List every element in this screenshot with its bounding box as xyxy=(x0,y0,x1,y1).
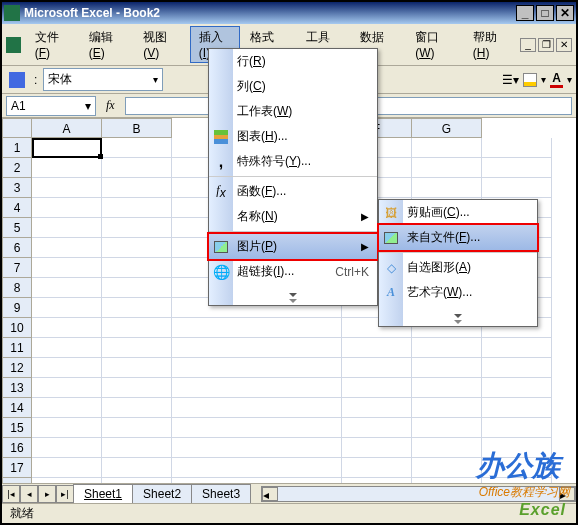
cell[interactable] xyxy=(32,438,102,458)
cell[interactable] xyxy=(102,418,172,438)
menu-edit[interactable]: 编辑(E) xyxy=(81,27,134,62)
cell[interactable] xyxy=(172,318,342,338)
cell[interactable] xyxy=(32,158,102,178)
name-box[interactable]: A1 ▾ xyxy=(6,96,96,116)
row-header[interactable]: 6 xyxy=(2,238,32,258)
col-header-b[interactable]: B xyxy=(102,118,172,138)
cell[interactable] xyxy=(102,178,172,198)
cell[interactable] xyxy=(102,278,172,298)
row-header[interactable]: 13 xyxy=(2,378,32,398)
cell[interactable] xyxy=(482,158,552,178)
cell[interactable] xyxy=(102,378,172,398)
cell[interactable] xyxy=(32,238,102,258)
menu-item-名称[interactable]: 名称(N)▶ xyxy=(209,204,377,229)
sheet-tab-3[interactable]: Sheet3 xyxy=(191,484,251,503)
cell[interactable] xyxy=(102,198,172,218)
row-header[interactable]: 3 xyxy=(2,178,32,198)
cell[interactable] xyxy=(102,458,172,478)
menu-window[interactable]: 窗口(W) xyxy=(407,27,463,62)
cell[interactable] xyxy=(412,358,482,378)
row-header[interactable]: 10 xyxy=(2,318,32,338)
cell[interactable] xyxy=(412,138,482,158)
select-all-corner[interactable] xyxy=(2,118,32,138)
cell[interactable] xyxy=(32,458,102,478)
cell[interactable] xyxy=(102,398,172,418)
cell[interactable] xyxy=(32,298,102,318)
sheet-nav-first[interactable]: |◂ xyxy=(2,485,20,503)
menu-expand-chevron[interactable] xyxy=(209,284,377,305)
col-header-a[interactable]: A xyxy=(32,118,102,138)
cell[interactable] xyxy=(32,398,102,418)
cell[interactable] xyxy=(102,138,172,158)
cell[interactable] xyxy=(412,458,482,478)
font-dropdown[interactable]: 宋体 ▾ xyxy=(43,68,163,91)
cell[interactable] xyxy=(172,418,342,438)
cell[interactable] xyxy=(412,158,482,178)
cell[interactable] xyxy=(172,458,342,478)
cell[interactable] xyxy=(172,358,342,378)
menu-item-图表[interactable]: 图表(H)... xyxy=(209,124,377,149)
cell[interactable] xyxy=(412,438,482,458)
cell[interactable] xyxy=(342,398,412,418)
cell[interactable] xyxy=(32,478,102,483)
cell[interactable] xyxy=(482,138,552,158)
cell[interactable] xyxy=(102,358,172,378)
menu-help[interactable]: 帮助(H) xyxy=(465,27,518,62)
cell[interactable] xyxy=(412,418,482,438)
row-header[interactable]: 15 xyxy=(2,418,32,438)
row-header[interactable]: 12 xyxy=(2,358,32,378)
cell[interactable] xyxy=(32,318,102,338)
cell[interactable] xyxy=(172,378,342,398)
cell[interactable] xyxy=(342,338,412,358)
cell[interactable] xyxy=(482,178,552,198)
font-color-button[interactable]: A xyxy=(550,71,563,88)
cell[interactable] xyxy=(342,358,412,378)
fx-icon[interactable]: fx xyxy=(100,98,121,113)
sheet-tab-1[interactable]: Sheet1 xyxy=(73,484,133,503)
row-header[interactable]: 1 xyxy=(2,138,32,158)
menu-item-特殊符号[interactable]: ,特殊符号(Y)... xyxy=(209,149,377,174)
cell[interactable] xyxy=(32,418,102,438)
cell[interactable] xyxy=(32,218,102,238)
cell[interactable] xyxy=(102,238,172,258)
cell[interactable] xyxy=(102,338,172,358)
row-header[interactable]: 11 xyxy=(2,338,32,358)
doc-minimize-button[interactable]: _ xyxy=(520,38,536,52)
cell[interactable] xyxy=(342,478,412,483)
cell[interactable] xyxy=(172,398,342,418)
cell[interactable] xyxy=(32,198,102,218)
col-header-g[interactable]: G xyxy=(412,118,482,138)
row-header[interactable]: 2 xyxy=(2,158,32,178)
cell[interactable] xyxy=(102,318,172,338)
cell[interactable] xyxy=(102,158,172,178)
cell[interactable] xyxy=(172,478,342,483)
cell[interactable] xyxy=(342,418,412,438)
cell[interactable] xyxy=(32,178,102,198)
sheet-nav-next[interactable]: ▸ xyxy=(38,485,56,503)
cell[interactable] xyxy=(102,218,172,238)
cell[interactable] xyxy=(172,338,342,358)
maximize-button[interactable]: □ xyxy=(536,5,554,21)
cell[interactable] xyxy=(412,378,482,398)
dropdown-arrow-icon[interactable]: ▾ xyxy=(567,74,572,85)
cell[interactable] xyxy=(412,398,482,418)
cell[interactable] xyxy=(482,358,552,378)
cell[interactable] xyxy=(32,338,102,358)
toolbar-more-icon[interactable]: ☰▾ xyxy=(502,73,519,87)
menu-item-工作表[interactable]: 工作表(W) xyxy=(209,99,377,124)
row-header[interactable]: 17 xyxy=(2,458,32,478)
cell[interactable] xyxy=(102,438,172,458)
menu-item-来自文件[interactable]: 来自文件(F)... xyxy=(378,224,538,251)
cell[interactable] xyxy=(482,398,552,418)
menu-item-行[interactable]: 行(R) xyxy=(209,49,377,74)
cell[interactable] xyxy=(342,378,412,398)
active-cell-a1[interactable] xyxy=(32,138,102,158)
menu-item-艺术字[interactable]: A艺术字(W)... xyxy=(379,280,537,305)
cell[interactable] xyxy=(102,258,172,278)
cell[interactable] xyxy=(32,358,102,378)
sheet-nav-prev[interactable]: ◂ xyxy=(20,485,38,503)
cell[interactable] xyxy=(412,338,482,358)
menu-expand-chevron[interactable] xyxy=(379,305,537,326)
save-button[interactable] xyxy=(6,69,28,91)
row-header[interactable]: 9 xyxy=(2,298,32,318)
